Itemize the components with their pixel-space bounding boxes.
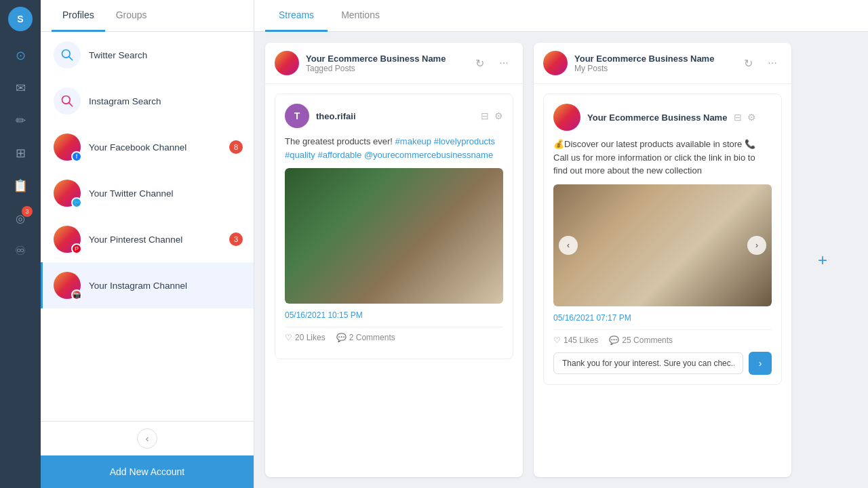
pinterest-badge-icon: P [71, 243, 82, 254]
twitter-search-icon-wrap [54, 41, 81, 68]
main-content: Streams Mentions Your Ecommerce Business… [254, 0, 868, 488]
instagram-search-icon-wrap [54, 87, 81, 115]
post-text: The greatest products ever! #makeup #lov… [285, 135, 503, 161]
facebook-unread-badge: 8 [229, 140, 243, 154]
sidebar-item-twitter-channel[interactable]: 🐦 Your Twitter Channel [41, 170, 254, 216]
post-stats: ♡ 20 Likes 💬 2 Comments [285, 327, 503, 342]
carousel-next-button[interactable]: › [747, 236, 766, 255]
post-text: 💰Discover our latest products available … [553, 138, 772, 178]
svg-line-1 [69, 57, 73, 60]
add-new-account-button[interactable]: Add New Account [41, 455, 254, 488]
hashtag: #lovelyproducts [434, 136, 495, 146]
column-myposts-body: Your Ecommerce Business Name ⊟ ⚙ 💰Discov… [534, 84, 791, 477]
settings-icon[interactable]: ⚙ [494, 110, 503, 121]
settings-icon[interactable]: ⚙ [747, 112, 756, 123]
engagement-nav-icon[interactable]: ♾ [7, 237, 34, 264]
more-options-icon[interactable]: ··· [763, 54, 782, 73]
col-tagged-info: Your Ecommerce Business Name Tagged Post… [306, 54, 463, 73]
twitter-channel-avatar: 🐦 [54, 180, 81, 207]
inbox-nav-icon[interactable]: ✉ [7, 75, 34, 102]
sidebar-item-instagram-search[interactable]: Instagram Search [41, 78, 254, 124]
col-tagged-avatar [275, 51, 299, 75]
column-my-posts: Your Ecommerce Business Name My Posts ↻ … [534, 43, 791, 477]
business-name: Your Ecommerce Business Name [587, 113, 727, 123]
post-author-avatar: T [285, 104, 309, 128]
comments-count: 2 Comments [349, 333, 395, 342]
add-column-button[interactable]: + [802, 43, 843, 477]
comment-icon: 💬 [609, 336, 619, 345]
post-date: 05/16/2021 10:15 PM [285, 310, 503, 320]
refresh-icon[interactable]: ↻ [738, 54, 757, 73]
column-myposts-header: Your Ecommerce Business Name My Posts ↻ … [534, 43, 791, 84]
comments-count: 25 Comments [622, 336, 673, 345]
columns-area: Your Ecommerce Business Name Tagged Post… [254, 32, 868, 488]
sidebar-item-label: Your Facebook Channel [89, 142, 221, 152]
facebook-badge-icon: f [71, 151, 82, 162]
likes-count: 20 Likes [295, 333, 326, 342]
likes-stat: ♡ 145 Likes [553, 336, 598, 345]
post-card: T theo.rifaii ⊟ ⚙ The greatest products … [275, 94, 513, 359]
listen-nav-icon[interactable]: ◎ 3 [7, 205, 34, 232]
tab-streams[interactable]: Streams [265, 0, 328, 32]
compose-nav-icon[interactable]: ✏ [7, 107, 34, 134]
main-tab-bar: Streams Mentions [254, 0, 868, 32]
column-tagged-header: Your Ecommerce Business Name Tagged Post… [265, 43, 523, 84]
refresh-icon[interactable]: ↻ [470, 54, 489, 73]
sidebar-item-instagram-channel[interactable]: 📷 Your Instagram Channel [41, 262, 254, 308]
post-card: Your Ecommerce Business Name ⊟ ⚙ 💰Discov… [543, 94, 782, 385]
archive-icon[interactable]: ⊟ [481, 110, 489, 121]
sidebar-item-info: Your Facebook Channel [89, 142, 221, 152]
sidebar-item-info: Twitter Search [89, 50, 243, 60]
col-myposts-title: Your Ecommerce Business Name [574, 54, 732, 64]
sidebar-item-info: Your Pinterest Channel [89, 235, 221, 245]
nav-badge: 3 [22, 206, 33, 217]
column-tagged-body: T theo.rifaii ⊟ ⚙ The greatest products … [265, 84, 523, 477]
sidebar-collapse-button[interactable]: ‹ [137, 428, 157, 449]
instagram-search-icon [60, 94, 74, 108]
sidebar-item-info: Your Instagram Channel [89, 281, 243, 291]
reply-input[interactable] [553, 352, 743, 374]
sidebar-item-info: Your Twitter Channel [89, 188, 243, 199]
publish-nav-icon[interactable]: ⊞ [7, 140, 34, 167]
carousel-prev-button[interactable]: ‹ [559, 236, 578, 255]
column-tagged-posts: Your Ecommerce Business Name Tagged Post… [265, 43, 523, 477]
sidebar-item-twitter-search[interactable]: Twitter Search [41, 32, 254, 78]
sidebar-item-pinterest-channel[interactable]: P Your Pinterest Channel 3 [41, 216, 254, 262]
sidebar-item-label: Your Pinterest Channel [89, 235, 221, 245]
facebook-channel-avatar: f [54, 134, 81, 161]
sidebar-item-facebook-channel[interactable]: f Your Facebook Channel 8 [41, 124, 254, 170]
tab-profiles[interactable]: Profiles [52, 0, 105, 32]
more-options-icon[interactable]: ··· [494, 54, 513, 73]
reports-nav-icon[interactable]: 📋 [7, 172, 34, 199]
comment-icon: 💬 [336, 333, 347, 342]
heart-icon: ♡ [553, 336, 561, 345]
col-tagged-title: Your Ecommerce Business Name [306, 54, 463, 64]
app-logo: S [8, 7, 33, 31]
archive-icon[interactable]: ⊟ [734, 112, 742, 123]
pinterest-channel-avatar: P [54, 226, 81, 253]
mention: @yourecommercebusinessname [364, 150, 493, 160]
post-stats: ♡ 145 Likes 💬 25 Comments [553, 329, 772, 345]
add-column-icon: + [818, 251, 827, 270]
post-author-name: theo.rifaii [316, 111, 474, 121]
col-myposts-avatar [543, 51, 568, 75]
reply-area: › [553, 352, 772, 375]
instagram-badge-icon: 📷 [71, 289, 82, 300]
business-post-header: Your Ecommerce Business Name ⊟ ⚙ [553, 104, 772, 131]
main-navigation: S ⊙ ✉ ✏ ⊞ 📋 ◎ 3 ♾ [0, 0, 41, 488]
sidebar-item-label: Your Twitter Channel [89, 188, 243, 199]
likes-stat: ♡ 20 Likes [285, 333, 326, 342]
col-myposts-info: Your Ecommerce Business Name My Posts [574, 54, 732, 73]
dashboard-nav-icon[interactable]: ⊙ [7, 42, 34, 69]
post-author-row: T theo.rifaii ⊟ ⚙ [285, 104, 503, 128]
tab-groups[interactable]: Groups [105, 0, 158, 32]
twitter-search-icon [60, 48, 74, 62]
post-date: 05/16/2021 07:17 PM [553, 313, 772, 323]
hashtag: #quality [285, 150, 315, 160]
post-image: ‹ › [553, 184, 772, 306]
reply-send-button[interactable]: › [749, 352, 772, 375]
post-author-info: theo.rifaii [316, 111, 474, 121]
tab-mentions[interactable]: Mentions [328, 0, 393, 32]
col-myposts-actions: ↻ ··· [738, 54, 782, 73]
sidebar: Profiles Groups Twitter Search [41, 0, 254, 488]
